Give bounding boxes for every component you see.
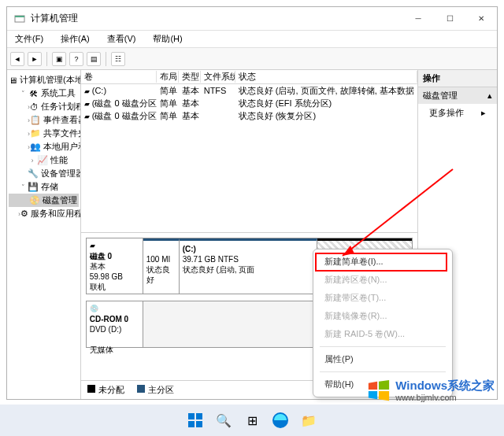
volume-row[interactable]: ▰ (磁盘 0 磁盘分区 4) 简单基本 状态良好 (恢复分区) — [81, 109, 417, 122]
svg-rect-9 — [196, 413, 202, 419]
actions-context[interactable]: 磁盘管理▴ — [418, 87, 497, 104]
legend-primary-icon — [137, 385, 145, 393]
col-fs[interactable]: 文件系统 — [201, 71, 235, 83]
cdrom-info: 💿 CD-ROM 0 DVD (D:) 无媒体 — [87, 301, 143, 347]
svg-rect-10 — [188, 421, 195, 427]
legend-unalloc-icon — [87, 385, 95, 393]
toolbar-sep — [106, 52, 106, 66]
context-menu: 新建简单卷(I)... 新建跨区卷(N)... 新建带区卷(T)... 新建镜像… — [313, 249, 453, 397]
minimize-button[interactable]: ─ — [402, 7, 434, 31]
maximize-button[interactable]: ☐ — [434, 7, 465, 31]
menubar: 文件(F) 操作(A) 查看(V) 帮助(H) — [7, 31, 497, 48]
menu-view[interactable]: 查看(V) — [102, 31, 141, 46]
chevron-right-icon: ▸ — [481, 108, 486, 118]
tree-shared-folders[interactable]: ›📁共享文件夹 — [9, 127, 79, 140]
actions-header: 操作 — [418, 70, 497, 87]
tree-event-viewer[interactable]: ›📋事件查看器 — [9, 113, 79, 127]
ctx-separator — [320, 371, 446, 372]
menu-file[interactable]: 文件(F) — [10, 31, 48, 46]
svg-rect-1 — [15, 16, 24, 17]
actions-more[interactable]: 更多操作▸ — [418, 104, 497, 122]
up-button[interactable]: ▣ — [52, 52, 66, 66]
titlebar: 计算机管理 ─ ☐ ✕ — [7, 7, 497, 31]
tree-disk-management[interactable]: 📀磁盘管理 — [9, 194, 79, 207]
tree-services[interactable]: ›⚙服务和应用程序 — [9, 207, 79, 220]
edge-icon[interactable] — [269, 409, 291, 431]
app-icon — [13, 13, 26, 25]
volume-row[interactable]: ▰ (C:) 简单基本 NTFS状态良好 (启动, 页面文件, 故障转储, 基本… — [81, 84, 417, 97]
tree-storage[interactable]: ˅💾存储 — [9, 180, 79, 194]
svg-rect-11 — [196, 421, 202, 427]
props-button[interactable]: ▤ — [87, 52, 101, 66]
explorer-icon[interactable]: 📁 — [298, 409, 320, 431]
search-icon[interactable]: 🔍 — [213, 409, 235, 431]
tree-root[interactable]: 🖥计算机管理(本地) — [9, 73, 79, 87]
menu-help[interactable]: 帮助(H) — [148, 31, 187, 46]
nav-tree[interactable]: 🖥计算机管理(本地) ˅🛠系统工具 ›⏱任务计划程序 ›📋事件查看器 ›📁共享文… — [7, 70, 81, 399]
col-type[interactable]: 类型 — [179, 71, 201, 83]
chevron-up-icon: ▴ — [487, 91, 492, 101]
ctx-new-spanned-volume: 新建跨区卷(N)... — [313, 271, 452, 289]
svg-marker-6 — [369, 391, 377, 399]
tree-task-scheduler[interactable]: ›⏱任务计划程序 — [9, 100, 79, 113]
col-volume[interactable]: 卷 — [81, 71, 157, 83]
toolbar: ◄ ► ▣ ? ▤ ☷ — [7, 48, 497, 70]
svg-marker-4 — [369, 382, 377, 390]
refresh-button[interactable]: ? — [69, 52, 83, 66]
volume-header: 卷 布局 类型 文件系统 状态 — [81, 70, 417, 84]
volume-row[interactable]: ▰ (磁盘 0 磁盘分区 1) 简单基本 状态良好 (EFI 系统分区) — [81, 97, 417, 109]
ctx-new-striped-volume: 新建带区卷(T)... — [313, 289, 452, 307]
volume-table[interactable]: 卷 布局 类型 文件系统 状态 ▰ (C:) 简单基本 NTFS状态良好 (启动… — [81, 70, 417, 233]
ctx-properties[interactable]: 属性(P) — [313, 350, 452, 368]
partition-c[interactable]: (C:)39.71 GB NTFS状态良好 (启动, 页面 — [180, 238, 317, 294]
svg-marker-5 — [379, 380, 389, 390]
close-button[interactable]: ✕ — [465, 7, 497, 31]
forward-button[interactable]: ► — [28, 52, 42, 66]
tree-system-tools[interactable]: ˅🛠系统工具 — [9, 87, 79, 100]
col-layout[interactable]: 布局 — [157, 71, 179, 83]
watermark: Windows系统之家 www.bjjmlv.com — [367, 379, 495, 403]
partition-efi[interactable]: 100 MI状态良好 — [143, 238, 180, 294]
tree-device-manager[interactable]: 🔧设备管理器 — [9, 167, 79, 180]
menu-action[interactable]: 操作(A) — [56, 31, 94, 46]
ctx-separator — [320, 346, 446, 347]
watermark-url: www.bjjmlv.com — [395, 393, 495, 403]
windows-logo-icon — [367, 379, 391, 402]
toolbar-sep — [46, 52, 47, 66]
tree-local-users[interactable]: ›👥本地用户和组 — [9, 140, 79, 153]
tree-performance[interactable]: ›📈性能 — [9, 153, 79, 167]
col-status[interactable]: 状态 — [235, 71, 417, 83]
start-button[interactable] — [184, 409, 206, 431]
svg-marker-7 — [379, 391, 389, 401]
task-view-icon[interactable]: ⊞ — [241, 409, 263, 431]
back-button[interactable]: ◄ — [10, 52, 24, 66]
volume-empty-area — [81, 122, 417, 232]
disk-info: ▰ 磁盘 0 基本 59.98 GB 联机 — [87, 238, 143, 294]
taskbar[interactable]: 🔍 ⊞ 📁 — [0, 405, 504, 436]
ctx-new-simple-volume[interactable]: 新建简单卷(I)... — [313, 253, 452, 271]
watermark-title: Windows系统之家 — [395, 379, 495, 393]
ctx-new-mirrored-volume: 新建镜像卷(R)... — [313, 307, 452, 325]
window-title: 计算机管理 — [31, 12, 402, 25]
ctx-new-raid5-volume: 新建 RAID-5 卷(W)... — [313, 325, 452, 343]
view-button[interactable]: ☷ — [111, 52, 125, 66]
svg-rect-8 — [188, 413, 195, 419]
